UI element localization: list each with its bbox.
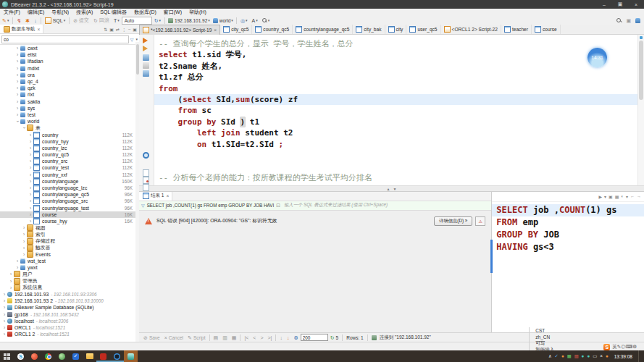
sogou-logo-icon[interactable]: S [603,344,610,350]
autocommit-select[interactable]: Auto [122,17,152,25]
expander-icon[interactable]: › [28,132,33,138]
autocomplete-button[interactable]: A▾ [250,17,260,25]
expander-icon[interactable]: › [15,59,20,64]
tree-item[interactable]: › country_hyy 112K [0,138,139,145]
rollback-button[interactable]: ↻回滚 [91,17,112,25]
expander-icon[interactable]: › [28,185,33,190]
editor-tab[interactable]: country_qc5 [252,25,293,34]
expander-icon[interactable]: › [15,258,20,264]
editor-scroll-thumb[interactable] [639,41,643,100]
tree-item[interactable]: › country_src 112K [0,158,139,164]
expander-icon[interactable]: › [2,292,7,297]
expander-icon[interactable]: › [15,112,20,117]
tree-item[interactable]: › sakila [0,98,139,105]
expander-icon[interactable]: › [28,159,33,164]
script-doc-icon[interactable] [143,184,149,191]
ime-tool-icon[interactable]: ⌨ [626,344,632,349]
expander-icon[interactable]: › [22,232,26,237]
panel-sash[interactable] [490,240,493,273]
settings-gear-icon[interactable]: ⚙ [291,335,300,340]
navigator-tool-icon[interactable]: ⋮ [122,27,126,32]
taskbar-app-icon[interactable] [55,350,69,362]
panel-view-button[interactable]: ▦ [230,335,239,340]
statement-tool-icon[interactable]: ◐ [621,194,624,198]
details-button[interactable]: 详细信息(D) » [434,216,472,226]
tree-item[interactable]: › ora [0,72,139,78]
tree-item[interactable]: › country_qc5 112K [0,151,139,158]
editor-scrollbar[interactable] [637,35,644,185]
tree-item[interactable]: › wst_test [0,258,139,264]
expander-icon[interactable]: › [15,79,20,84]
expander-icon[interactable]: › [28,172,33,177]
expander-icon[interactable]: › [28,179,33,184]
tree-item[interactable]: › qc_4 [0,78,139,85]
tree-item[interactable]: › countrylanguage_qc5 96K [0,191,139,198]
taskbar-app-icon[interactable] [83,350,96,362]
taskbar-app-icon[interactable]: S [14,350,28,362]
tab-close-icon[interactable]: × [166,193,169,198]
tree-item[interactable]: › country_test 112K [0,164,139,171]
editor-tab[interactable]: teacher [501,25,532,34]
expander-icon[interactable]: › [22,126,27,130]
expander-icon[interactable]: › [15,85,20,90]
editor-tab[interactable]: city_bak [353,25,385,34]
expander-icon[interactable]: › [22,245,26,251]
expander-icon[interactable]: › [2,319,7,324]
next-row-button[interactable]: > [258,335,265,340]
menu-item[interactable]: 文件(F) [0,9,24,16]
statement-tool-icon[interactable]: ▶ [598,194,602,199]
editor-tab[interactable]: *<192.168.101.92> Script-19 × [139,25,220,35]
expander-icon[interactable]: › [15,72,20,77]
expander-icon[interactable]: › [22,225,26,230]
taskbar-app-icon[interactable]: ✓ [69,350,83,362]
tree-item[interactable]: › course 16K [0,211,139,218]
fetch-size-input[interactable] [301,334,328,341]
toolbar-icon-c[interactable]: ↓ [32,17,39,25]
new-object-button[interactable]: ✎▾ [0,17,11,25]
tree-item[interactable]: › country 112K [0,131,139,138]
execute-script-button[interactable] [143,46,148,51]
explain-plan-button[interactable] [143,62,149,69]
tray-icon[interactable]: ▦ [567,354,572,358]
expander-icon[interactable]: › [28,146,33,151]
tree-item[interactable]: › 管理员 [0,278,139,285]
expander-icon[interactable]: › [28,206,33,211]
tree-item[interactable]: › gp168 - 192.168.101.168:5432 [0,311,139,318]
expander-icon[interactable]: › [15,265,20,270]
menu-item[interactable]: 导航(N) [48,9,72,16]
collapse-down-icon[interactable]: ▼ [393,187,397,191]
menu-item[interactable]: 数据库(D) [130,9,160,16]
expander-icon[interactable]: › [28,212,33,217]
cancel-button[interactable]: ×Cancel [162,335,185,340]
tree-item[interactable]: › course_hyy 16K [0,218,139,224]
tree-item[interactable]: › 索引 [0,231,139,237]
tree-item[interactable]: › 192.168.101.93 - 192.168.101.93:3306 [0,291,139,298]
script-doc-error-icon[interactable] [143,177,149,184]
navigator-search-input[interactable] [1,35,129,43]
tab-close-icon[interactable]: × [214,28,217,33]
tree-item[interactable]: › rlxt [0,91,139,98]
statement-tool-icon[interactable]: ▾ [626,194,628,199]
expander-icon[interactable]: › [2,312,7,317]
expander-icon[interactable]: › [15,52,20,57]
filter-funnel-icon[interactable]: ▽ [130,37,134,42]
prev-row-button[interactable]: < [251,335,258,340]
auto-refresh-button[interactable]: ↻5 [328,335,341,340]
expander-icon[interactable]: › [2,305,7,310]
minimize-button[interactable]: – [596,0,612,9]
fetch-page-button[interactable]: ↓ [277,335,285,340]
grid-view-button[interactable]: ▤ [212,335,221,340]
expander-icon[interactable]: › [28,165,33,170]
tree-item[interactable]: › countrylanguage 160K [0,178,139,185]
expander-icon[interactable]: › [15,99,20,104]
fetch-all-button[interactable]: ↓ [285,335,292,340]
tree-item[interactable]: › 视图 [0,224,139,231]
collapse-up-icon[interactable]: ▲ [387,187,390,191]
error-alert-button[interactable]: ⚠ [475,216,485,226]
transaction-mode-button[interactable]: T▾ [112,17,122,25]
tree-item[interactable]: › countrylanguage_test 96K [0,205,139,211]
globe-button[interactable]: ◎▾ [238,17,250,25]
show-desktop-button[interactable] [638,350,641,362]
script-doc-icon[interactable] [143,169,149,177]
results-filter-bar[interactable]: ▽ SELECT job ,COUNT(1) gs FROM emp GROUP… [139,201,491,211]
